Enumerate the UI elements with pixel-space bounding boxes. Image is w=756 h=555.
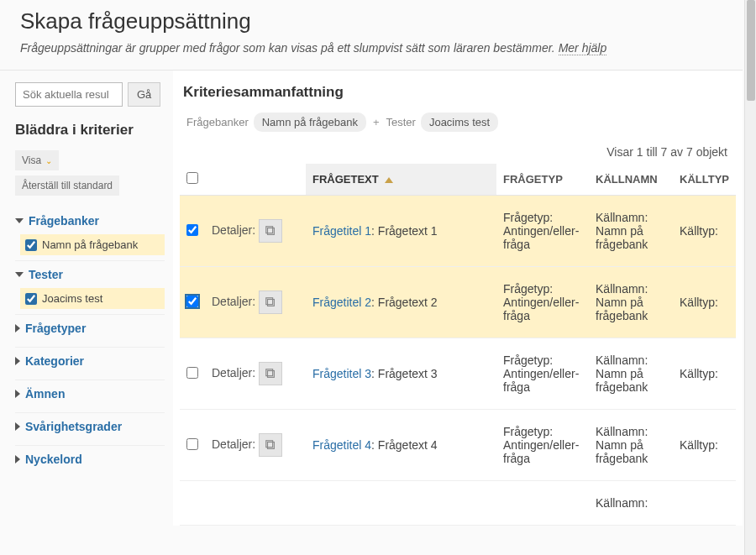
details-label: Detaljer: (212, 437, 255, 451)
svg-rect-1 (266, 227, 273, 233)
search-go-button[interactable]: Gå (128, 82, 160, 107)
scrollbar-thumb[interactable] (747, 0, 755, 101)
details-label: Detaljer: (212, 295, 255, 308)
row-checkbox[interactable] (186, 224, 198, 236)
browse-criteria-title: Bläddra i kriterier (15, 122, 165, 139)
svg-rect-3 (266, 298, 273, 305)
chevron-right-icon (15, 357, 20, 365)
sort-asc-icon (385, 177, 393, 183)
question-title-link[interactable]: Frågetitel 4 (312, 438, 371, 452)
source-name: Källnamn: Namn på frågebank (589, 410, 673, 481)
category-svårighetsgrader[interactable]: Svårighetsgrader (15, 412, 165, 440)
source-type: Källtyp: (673, 196, 736, 267)
question-title-link[interactable]: Frågetitel 3 (312, 367, 371, 380)
question-text: : Frågetext 4 (371, 438, 438, 452)
details-label: Detaljer: (212, 223, 255, 237)
category-label: Frågebanker (29, 214, 99, 228)
category-label: Frågetyper (25, 322, 86, 335)
category-tester[interactable]: Tester (15, 260, 165, 288)
plus-icon: + (373, 116, 380, 128)
row-checkbox[interactable] (186, 438, 198, 450)
category-item-label: Joacims test (42, 292, 102, 305)
col-source-name[interactable]: KÄLLNAMN (589, 164, 673, 196)
question-text: : Frågetext 2 (371, 296, 438, 309)
category-label: Ämnen (25, 387, 65, 401)
table-row: Detaljer: Frågetitel 1: Frågetext 1Fråge… (180, 196, 736, 267)
more-help-link[interactable]: Mer hjälp (559, 41, 607, 55)
category-ämnen[interactable]: Ämnen (15, 380, 165, 407)
criteria-breadcrumb: Frågebanker Namn på frågebank + Tester J… (186, 113, 736, 132)
svg-rect-2 (268, 300, 275, 306)
chevron-down-icon (15, 218, 24, 223)
question-title-link[interactable]: Frågetitel 2 (312, 296, 371, 309)
category-item-checkbox[interactable] (25, 293, 37, 305)
svg-rect-0 (268, 228, 275, 235)
source-name: Källnamn: Namn på frågebank (589, 196, 673, 267)
category-item[interactable]: Joacims test (20, 288, 165, 309)
vertical-scrollbar[interactable] (744, 0, 756, 555)
question-text: : Frågetext 3 (371, 367, 438, 380)
page-description: Frågeuppsättningar är grupper med frågor… (20, 41, 722, 55)
caret-down-icon: ⌄ (45, 156, 52, 165)
table-row: Detaljer: Frågetitel 3: Frågetext 3Fråge… (180, 338, 736, 410)
details-label: Detaljer: (212, 366, 255, 380)
category-label: Kategorier (25, 354, 84, 368)
category-item-checkbox[interactable] (25, 239, 37, 251)
questions-table: FRÅGETEXT FRÅGETYP KÄLLNAMN KÄLLTYP Deta… (180, 164, 736, 526)
category-nyckelord[interactable]: Nyckelord (15, 445, 165, 473)
category-frågebanker[interactable]: Frågebanker (15, 207, 165, 234)
question-text: : Frågetext 1 (371, 224, 438, 238)
show-label: Visa (22, 154, 41, 166)
details-button[interactable] (259, 291, 282, 314)
source-type: Källtyp: (673, 410, 736, 481)
chevron-right-icon (15, 390, 20, 398)
table-row: Källnamn: (180, 481, 736, 526)
row-checkbox[interactable] (186, 367, 198, 379)
col-question-text-label: FRÅGETEXT (312, 173, 379, 186)
crumb-test-pill[interactable]: Joacims test (421, 113, 498, 132)
search-input[interactable] (15, 82, 123, 107)
source-type: Källtyp: (673, 267, 736, 338)
table-row: Detaljer: Frågetitel 2: Frågetext 2Fråge… (180, 267, 736, 338)
category-label: Svårighetsgrader (25, 420, 122, 433)
col-source-type[interactable]: KÄLLTYP (673, 164, 736, 196)
chevron-down-icon (15, 272, 24, 277)
question-type: Frågetyp: Antingen/eller-fråga (496, 338, 589, 410)
chevron-right-icon (15, 324, 20, 332)
question-type: Frågetyp: Antingen/eller-fråga (496, 410, 589, 481)
table-row: Detaljer: Frågetitel 4: Frågetext 4Fråge… (180, 410, 736, 481)
result-count: Visar 1 till 7 av 7 objekt (180, 145, 736, 164)
details-button[interactable] (259, 433, 282, 457)
col-question-text[interactable]: FRÅGETEXT (306, 164, 496, 196)
col-question-type[interactable]: FRÅGETYP (496, 164, 589, 196)
criteria-summary-title: Kriteriesammanfattning (183, 84, 736, 101)
source-name: Källnamn: (589, 481, 673, 526)
question-title-link[interactable]: Frågetitel 1 (312, 224, 371, 238)
reset-button[interactable]: Återställ till standard (15, 175, 119, 196)
svg-rect-5 (266, 369, 273, 376)
category-kategorier[interactable]: Kategorier (15, 347, 165, 374)
crumb-banks-label: Frågebanker (186, 116, 249, 128)
details-button[interactable] (259, 362, 282, 385)
category-item[interactable]: Namn på frågebank (20, 234, 165, 255)
row-checkbox[interactable] (186, 296, 198, 307)
question-type: Frågetyp: Antingen/eller-fråga (496, 267, 589, 338)
source-type: Källtyp: (673, 338, 736, 410)
details-button[interactable] (259, 219, 282, 243)
page-title: Skapa frågeuppsättning (20, 8, 722, 34)
chevron-right-icon (15, 422, 20, 431)
category-label: Tester (29, 268, 63, 281)
select-all-checkbox[interactable] (186, 172, 198, 184)
show-dropdown[interactable]: Visa ⌄ (15, 150, 59, 170)
svg-rect-4 (268, 371, 275, 378)
page-description-text: Frågeuppsättningar är grupper med frågor… (20, 41, 555, 55)
crumb-bank-pill[interactable]: Namn på frågebank (254, 113, 366, 132)
crumb-tests-label: Tester (386, 116, 416, 128)
source-name: Källnamn: Namn på frågebank (589, 338, 673, 410)
question-type: Frågetyp: Antingen/eller-fråga (496, 196, 589, 267)
chevron-right-icon (15, 455, 20, 463)
category-item-label: Namn på frågebank (42, 238, 138, 251)
category-frågetyper[interactable]: Frågetyper (15, 314, 165, 342)
category-label: Nyckelord (25, 453, 82, 466)
source-name: Källnamn: Namn på frågebank (589, 267, 673, 338)
